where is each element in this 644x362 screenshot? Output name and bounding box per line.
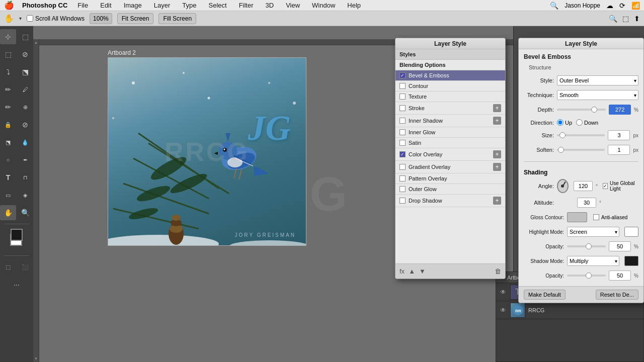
drop-shadow-checkbox[interactable] [399, 198, 406, 204]
share-icon[interactable]: ⬆ [634, 15, 640, 23]
delete-icon[interactable]: 🗑 [495, 267, 501, 275]
tool-fullscreen[interactable]: ⬛ [17, 259, 33, 275]
direction-down-radio[interactable]: Down [576, 119, 598, 126]
menu-help[interactable]: Help [345, 2, 363, 9]
menu-view[interactable]: View [284, 2, 302, 9]
gradient-overlay-checkbox[interactable] [399, 164, 406, 170]
tool-3d[interactable]: ◈ [17, 188, 33, 203]
reset-to-default-button[interactable]: Reset to De... [596, 290, 638, 300]
tool-move[interactable]: ⊹ [0, 29, 16, 44]
bevel-emboss-checkbox[interactable] [399, 72, 406, 78]
menu-3d[interactable]: 3D [264, 2, 276, 9]
tool-eraser[interactable]: ⊘ [17, 117, 33, 132]
style-item-satin[interactable]: Satin [395, 138, 505, 148]
style-item-outer-glow[interactable]: Outer Glow [395, 184, 505, 195]
tool-history-brush[interactable]: 🔒 [0, 117, 16, 132]
soften-input[interactable] [608, 145, 630, 155]
tool-spot-heal[interactable]: 🖊 [17, 82, 33, 97]
tool-options-arrow[interactable]: ▾ [19, 16, 22, 21]
contour-checkbox[interactable] [399, 83, 406, 89]
menu-search-icon[interactable]: 🔍 [550, 2, 558, 10]
frame-icon[interactable]: ⬚ [622, 15, 629, 23]
satin-checkbox[interactable] [399, 140, 406, 146]
menu-type[interactable]: Type [180, 2, 198, 9]
fx-icon[interactable]: fx [399, 267, 405, 275]
canvas-left-scroll[interactable]: ▲ ▼ [33, 39, 39, 362]
tool-path[interactable]: ⊓ [17, 170, 33, 185]
tool-brush[interactable]: ✏ [0, 100, 16, 115]
make-default-button[interactable]: Make Default [524, 290, 566, 300]
tool-extras[interactable]: ··· [9, 277, 25, 292]
outer-glow-checkbox[interactable] [399, 186, 406, 192]
tool-crop[interactable]: ⤵ [0, 64, 16, 79]
size-input[interactable] [608, 130, 630, 140]
menu-filter[interactable]: Filter [237, 2, 256, 9]
tool-clone[interactable]: ⊕ [17, 100, 33, 115]
tool-blur[interactable]: 💧 [17, 135, 33, 150]
shadow-opacity-input[interactable] [609, 270, 631, 281]
stroke-add-button[interactable]: + [493, 104, 501, 112]
foreground-color[interactable] [11, 229, 23, 241]
depth-slider[interactable] [557, 109, 606, 111]
style-item-inner-glow[interactable]: Inner Glow [395, 127, 505, 138]
move-down-icon[interactable]: ▼ [419, 267, 426, 275]
highlight-opacity-slider[interactable] [567, 245, 606, 247]
gloss-contour-preview[interactable] [567, 212, 587, 222]
anti-aliased-checkbox[interactable] [593, 214, 599, 220]
style-item-drop-shadow[interactable]: Drop Shadow + [395, 195, 505, 207]
texture-checkbox[interactable] [399, 94, 406, 100]
tool-zoom[interactable]: 🔍 [17, 205, 33, 220]
menu-sync-icon[interactable]: ⟳ [619, 2, 625, 10]
style-item-gradient-overlay[interactable]: Gradient Overlay + [395, 161, 505, 173]
menu-cloud-icon[interactable]: ☁ [606, 2, 613, 10]
style-item-contour[interactable]: Contour [395, 81, 505, 92]
style-item-inner-shadow[interactable]: Inner Shadow + [395, 115, 505, 127]
tool-marquee[interactable]: ⬚ [0, 47, 16, 62]
menu-file[interactable]: File [75, 2, 90, 9]
use-global-light-checkbox[interactable] [603, 183, 608, 189]
tool-lasso[interactable]: ⊘ [17, 47, 33, 62]
technique-select[interactable]: Smooth Chisel Hard Chisel Soft [557, 90, 638, 100]
stroke-checkbox[interactable] [399, 105, 406, 111]
fit-screen-button[interactable]: Fit Screen [117, 13, 154, 24]
tool-hand[interactable]: ✋ [0, 205, 16, 220]
anti-aliased-label[interactable]: Anti-aliased [593, 214, 627, 220]
menu-image[interactable]: Image [122, 2, 144, 9]
blending-options-item[interactable]: Blending Options [395, 60, 505, 70]
shadow-mode-select[interactable]: Multiply Normal Screen [567, 256, 619, 266]
tool-pen[interactable]: ✒ [17, 152, 33, 167]
style-select[interactable]: Outer Bevel Inner Bevel Emboss Pillow Em… [557, 75, 638, 85]
tool-shape[interactable]: ▭ [0, 188, 16, 203]
scroll-all-windows-checkbox[interactable] [27, 15, 33, 22]
tool-gradient[interactable]: ⬔ [0, 135, 16, 150]
style-item-pattern-overlay[interactable]: Pattern Overlay [395, 173, 505, 184]
size-slider[interactable] [557, 134, 605, 136]
tool-eyedropper[interactable]: ✏ [0, 82, 16, 97]
artboard-canvas[interactable]: JG RRCG JORY GREISMAN [108, 57, 306, 246]
fill-screen-button[interactable]: Fill Screen [158, 13, 196, 24]
eye-icon-rrcg[interactable]: 👁 [500, 307, 507, 314]
angle-wheel[interactable] [557, 179, 569, 193]
move-up-icon[interactable]: ▲ [409, 267, 415, 275]
style-item-texture[interactable]: Texture [395, 92, 505, 102]
apple-menu[interactable]: 🍎 [4, 1, 14, 10]
inner-glow-checkbox[interactable] [399, 129, 406, 135]
color-overlay-checkbox[interactable] [399, 151, 406, 157]
pattern-overlay-checkbox[interactable] [399, 175, 406, 182]
inner-shadow-add-button[interactable]: + [493, 117, 501, 125]
menu-select[interactable]: Select [206, 2, 228, 9]
style-item-bevel-emboss[interactable]: Bevel & Emboss [395, 70, 505, 81]
soften-slider[interactable] [557, 149, 605, 151]
tool-artboard[interactable]: ⬚ [17, 29, 33, 44]
highlight-color-swatch[interactable] [624, 227, 638, 237]
shadow-opacity-slider[interactable] [567, 275, 606, 277]
eye-icon-jory[interactable]: 👁 [500, 289, 507, 296]
tool-screen-mode[interactable]: ⬚ [0, 259, 16, 275]
style-item-color-overlay[interactable]: Color Overlay + [395, 148, 505, 161]
use-global-light-label[interactable]: Use Global Light [603, 180, 638, 192]
menu-layer[interactable]: Layer [152, 2, 173, 9]
tool-type[interactable]: T [0, 170, 16, 185]
angle-input[interactable] [574, 181, 593, 191]
menu-edit[interactable]: Edit [98, 2, 113, 9]
tool-frame[interactable]: ⬔ [17, 64, 33, 79]
